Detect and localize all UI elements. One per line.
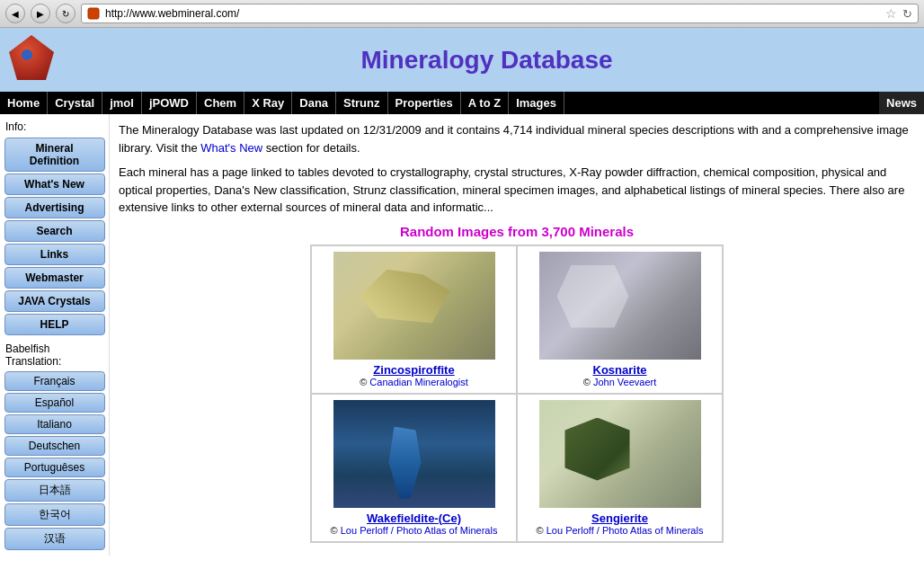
- main-layout: Info: Mineral Definition What's New Adve…: [0, 114, 924, 556]
- nav-bar: Home Crystal jmol jPOWD Chem X Ray Dana …: [0, 92, 924, 114]
- sidebar-btn-whats-new[interactable]: What's New: [4, 173, 105, 195]
- mineral-image-wakefieldite: [333, 400, 495, 508]
- nav-home[interactable]: Home: [0, 92, 48, 114]
- nav-properties[interactable]: Properties: [388, 92, 461, 114]
- site-header: Mineralogy Database: [0, 28, 924, 92]
- sidebar-btn-advertising[interactable]: Advertising: [4, 197, 105, 218]
- sidebar-info-label: Info:: [2, 118, 107, 136]
- mineral-image-sengierite: [539, 400, 701, 508]
- content-area: The Mineralogy Database was last updated…: [110, 114, 924, 556]
- images-grid: Zincospiroffite © Canadian Mineralogist …: [310, 245, 724, 543]
- whats-new-link[interactable]: What's New: [200, 141, 262, 155]
- nav-spacer: [564, 92, 879, 114]
- lang-francais[interactable]: Français: [4, 371, 105, 391]
- nav-crystal[interactable]: Crystal: [48, 92, 102, 114]
- lang-espanol[interactable]: Español: [4, 393, 105, 413]
- site-logo: [9, 35, 58, 84]
- mineral-credit-link-sengierite[interactable]: Lou Perloff / Photo Atlas of Minerals: [546, 525, 704, 536]
- sidebar: Info: Mineral Definition What's New Adve…: [0, 114, 110, 556]
- lock-icon: [87, 7, 100, 20]
- mineral-name-zincospiroffite[interactable]: Zincospiroffite: [317, 363, 511, 377]
- intro-paragraph-1: The Mineralogy Database was last updated…: [119, 121, 915, 156]
- mineral-credit-wakefieldite: © Lou Perloff / Photo Atlas of Minerals: [317, 525, 511, 536]
- intro-paragraph-2: Each mineral has a page linked to tables…: [119, 164, 915, 217]
- mineral-image-kosnarite: [539, 252, 701, 360]
- mineral-cell-kosnarite: Kosnarite © John Veevaert: [517, 245, 723, 394]
- url-bar[interactable]: http://www.webmineral.com/ ☆ ↻: [81, 4, 919, 23]
- mineral-credit-link-kosnarite[interactable]: John Veevaert: [593, 377, 656, 387]
- nav-news[interactable]: News: [879, 92, 924, 114]
- sidebar-btn-mineral-definition[interactable]: Mineral Definition: [4, 138, 105, 172]
- site-title: Mineralogy Database: [58, 46, 915, 75]
- mineral-image-zincospiroffite: [333, 252, 495, 360]
- nav-xray[interactable]: X Ray: [244, 92, 292, 114]
- nav-jpowd[interactable]: jPOWD: [142, 92, 197, 114]
- mineral-credit-link-zincospiroffite[interactable]: Canadian Mineralogist: [369, 377, 467, 387]
- lang-chinese[interactable]: 汉语: [4, 528, 105, 550]
- mineral-credit-sengierite: © Lou Perloff / Photo Atlas of Minerals: [523, 525, 716, 536]
- lang-japanese[interactable]: 日本語: [4, 479, 105, 502]
- refresh-button[interactable]: ↻: [56, 4, 76, 23]
- mineral-credit-link-wakefieldite[interactable]: Lou Perloff / Photo Atlas of Minerals: [341, 525, 498, 536]
- sidebar-btn-search[interactable]: Search: [4, 220, 105, 242]
- url-text: http://www.webmineral.com/: [105, 7, 239, 20]
- sidebar-btn-java-crystals[interactable]: JAVA Crystals: [4, 290, 105, 312]
- browser-chrome: ◀ ▶ ↻ http://www.webmineral.com/ ☆ ↻: [0, 0, 924, 28]
- nav-chem[interactable]: Chem: [197, 92, 244, 114]
- logo-shape: [9, 35, 54, 80]
- mineral-cell-sengierite: Sengierite © Lou Perloff / Photo Atlas o…: [517, 394, 723, 542]
- back-button[interactable]: ◀: [5, 4, 25, 23]
- mineral-credit-zincospiroffite: © Canadian Mineralogist: [317, 377, 511, 387]
- nav-atoz[interactable]: A to Z: [461, 92, 509, 114]
- mineral-cell-zincospiroffite: Zincospiroffite © Canadian Mineralogist: [311, 245, 517, 394]
- nav-dana[interactable]: Dana: [292, 92, 336, 114]
- lang-italiano[interactable]: Italiano: [4, 414, 105, 434]
- forward-button[interactable]: ▶: [31, 4, 50, 23]
- mineral-name-wakefieldite[interactable]: Wakefieldite-(Ce): [317, 511, 511, 525]
- lang-deutschen[interactable]: Deutschen: [4, 436, 105, 456]
- random-images-title: Random Images from 3,700 Minerals: [119, 224, 915, 239]
- bookmark-icon[interactable]: ☆: [885, 6, 897, 21]
- sidebar-btn-help[interactable]: HELP: [4, 314, 105, 335]
- nav-strunz[interactable]: Strunz: [336, 92, 387, 114]
- logo-blue-dot: [22, 49, 32, 60]
- sidebar-btn-webmaster[interactable]: Webmaster: [4, 267, 105, 289]
- nav-jmol[interactable]: jmol: [102, 92, 142, 114]
- mineral-name-kosnarite[interactable]: Kosnarite: [523, 363, 716, 377]
- nav-images[interactable]: Images: [509, 92, 564, 114]
- lang-portugues[interactable]: Portuguêses: [4, 458, 105, 477]
- mineral-credit-kosnarite: © John Veevaert: [523, 377, 716, 387]
- mineral-name-sengierite[interactable]: Sengierite: [523, 511, 716, 525]
- mineral-cell-wakefieldite: Wakefieldite-(Ce) © Lou Perloff / Photo …: [311, 394, 517, 542]
- svg-rect-0: [88, 8, 99, 19]
- sidebar-btn-links[interactable]: Links: [4, 244, 105, 265]
- babelfish-label: Babelfish Translation:: [2, 337, 107, 369]
- refresh-icon[interactable]: ↻: [902, 7, 912, 21]
- lang-korean[interactable]: 한국어: [4, 503, 105, 526]
